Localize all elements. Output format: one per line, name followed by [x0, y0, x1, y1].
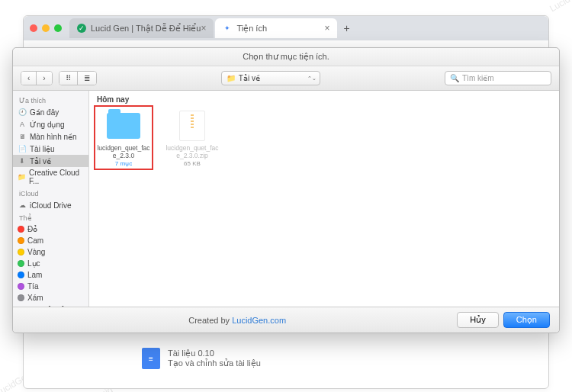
- tag-color-icon: [18, 283, 24, 290]
- sidebar-tag-lục[interactable]: Lục: [13, 258, 88, 269]
- sidebar-tag-lam[interactable]: Lam: [13, 269, 88, 281]
- choose-button[interactable]: Chọn: [503, 312, 550, 328]
- sidebar-glyph-icon: ⬇: [18, 156, 27, 165]
- finder-footer: Created by LucidGen.com Hủy Chọn: [13, 307, 559, 333]
- sidebar-glyph-icon: 🕘: [18, 108, 27, 117]
- background-extension-row: ≡ Tài liệu 0.10 Tạo và chỉnh sửa tài liệ…: [142, 348, 261, 369]
- forward-button[interactable]: ›: [37, 72, 51, 85]
- nav-buttons: ‹ ›: [21, 71, 53, 85]
- sidebar-item-gần-đây[interactable]: 🕘Gần đây: [13, 106, 88, 118]
- sidebar-glyph-icon: 📁: [18, 172, 26, 182]
- docs-icon: ≡: [142, 348, 160, 369]
- path-dropdown[interactable]: 📁 Tải về: [221, 71, 320, 85]
- sidebar-item-label: Lục: [27, 259, 40, 268]
- sidebar-head-favorites: Ưa thích: [13, 94, 88, 106]
- dialog-title: Chọn thư mục tiện ích.: [13, 48, 559, 66]
- folder-item[interactable]: lucidgen_quet_face_2.3.07 mục: [97, 108, 150, 167]
- tag-color-icon: [18, 226, 24, 233]
- sidebar-tag-vàng[interactable]: Vàng: [13, 246, 88, 258]
- sidebar-item-label: Ứng dụng: [30, 120, 65, 129]
- sidebar-item-label: Gần đây: [30, 108, 59, 117]
- back-button[interactable]: ‹: [21, 72, 37, 85]
- sidebar-item-label: Màn hình nền: [30, 133, 77, 141]
- search-icon: 🔍: [450, 74, 459, 82]
- credit-link[interactable]: LucidGen.com: [232, 316, 286, 325]
- maximize-window-icon[interactable]: [54, 24, 62, 32]
- tag-color-icon: [18, 237, 24, 244]
- tag-color-icon: [18, 249, 24, 255]
- tab-close-icon[interactable]: ×: [324, 23, 329, 34]
- sidebar-tag-cam[interactable]: Cam: [13, 235, 88, 246]
- finder-sidebar: Ưa thích 🕘Gần đâyAỨng dụng🖥Màn hình nền📄…: [13, 91, 89, 307]
- finder-content: Hôm nay lucidgen_quet_face_2.3.07 mụcluc…: [89, 91, 559, 307]
- window-controls[interactable]: [30, 24, 62, 32]
- sidebar-item-label: Tài liệu: [30, 145, 55, 153]
- tag-color-icon: [18, 272, 24, 278]
- tab-close-icon[interactable]: ×: [201, 23, 206, 34]
- sidebar-item-label: Lam: [27, 271, 42, 279]
- tab-lucidgen[interactable]: ✓ Lucid Gen | Thật Dễ Để Hiểu ×: [69, 18, 214, 38]
- search-input[interactable]: 🔍 Tìm kiếm: [445, 71, 551, 85]
- sidebar-glyph-icon: 🖥: [18, 132, 27, 141]
- sidebar-item-label: iCloud Drive: [30, 201, 71, 210]
- sidebar-item-tài-liệu[interactable]: 📄Tài liệu: [13, 143, 88, 155]
- tag-color-icon: [18, 260, 24, 267]
- sidebar-item-label: Tải về: [30, 157, 51, 165]
- sidebar-item-màn-hình-nền[interactable]: 🖥Màn hình nền: [13, 130, 88, 143]
- sidebar-tag-tía[interactable]: Tía: [13, 281, 88, 292]
- sidebar-item-label: Cam: [27, 236, 43, 245]
- tab-extensions[interactable]: ✦ Tiện ích ×: [215, 18, 337, 38]
- sidebar-glyph-icon: 📄: [18, 144, 27, 153]
- sidebar-head-icloud: iCloud: [13, 187, 88, 199]
- sidebar-tag-xám[interactable]: Xám: [13, 292, 88, 304]
- sidebar-item-label: Tía: [27, 282, 38, 291]
- file-name: lucidgen_quet_face_2.3.0.zip: [165, 145, 219, 160]
- extension-title: Tài liệu 0.10: [168, 349, 261, 358]
- folder-icon: [107, 113, 140, 139]
- sidebar-glyph-icon: A: [18, 120, 27, 129]
- sidebar-item-label: Vàng: [27, 248, 45, 256]
- sidebar-head-tags: Thẻ: [13, 211, 88, 223]
- new-tab-button[interactable]: +: [343, 22, 349, 34]
- sidebar-item-creative-cloud-f...[interactable]: 📁Creative Cloud F...: [13, 167, 88, 187]
- search-placeholder: Tìm kiếm: [462, 74, 494, 82]
- close-window-icon[interactable]: [30, 24, 37, 32]
- list-view-button[interactable]: ≣: [78, 72, 96, 85]
- sidebar-item-label: Đỏ: [27, 225, 37, 233]
- sidebar-item-ứng-dụng[interactable]: AỨng dụng: [13, 118, 88, 130]
- path-label: Tải về: [239, 74, 260, 82]
- minimize-window-icon[interactable]: [42, 24, 50, 32]
- icon-view-button[interactable]: ⠿: [59, 72, 78, 85]
- file-meta: 7 mục: [97, 160, 150, 167]
- credit-text: Created by LucidGen.com: [22, 316, 452, 325]
- file-meta: 65 KB: [165, 160, 219, 167]
- extension-desc: Tạo và chỉnh sửa tài liệu: [168, 358, 261, 368]
- cancel-button[interactable]: Hủy: [457, 312, 498, 328]
- finder-dialog: Chọn thư mục tiện ích. ‹ › ⠿ ≣ 📁 Tải về …: [12, 47, 560, 333]
- extension-icon: ✦: [223, 24, 232, 33]
- tab-label: Tiện ích: [236, 24, 267, 34]
- zip-icon: [179, 111, 205, 141]
- finder-toolbar: ‹ › ⠿ ≣ 📁 Tải về 🔍 Tìm kiếm: [13, 66, 559, 91]
- sidebar-item-icloud-drive[interactable]: ☁iCloud Drive: [13, 199, 88, 211]
- sidebar-tag-đỏ[interactable]: Đỏ: [13, 223, 88, 235]
- file-name: lucidgen_quet_face_2.3.0: [97, 145, 150, 160]
- sidebar-item-label: Xám: [27, 294, 43, 302]
- view-buttons: ⠿ ≣: [59, 71, 97, 85]
- section-heading: Hôm nay: [97, 95, 551, 104]
- tag-color-icon: [18, 294, 24, 301]
- folder-icon: 📁: [227, 74, 236, 82]
- browser-tabstrip: ✓ Lucid Gen | Thật Dễ Để Hiểu × ✦ Tiện í…: [24, 16, 548, 40]
- zip-file-item[interactable]: lucidgen_quet_face_2.3.0.zip65 KB: [165, 108, 219, 167]
- cloud-icon: ☁: [18, 201, 27, 210]
- sidebar-item-tải-về[interactable]: ⬇Tải về: [13, 155, 88, 167]
- sidebar-item-label: Creative Cloud F...: [29, 169, 84, 185]
- tab-label: Lucid Gen | Thật Dễ Để Hiểu: [91, 24, 201, 34]
- favicon-icon: ✓: [77, 24, 86, 33]
